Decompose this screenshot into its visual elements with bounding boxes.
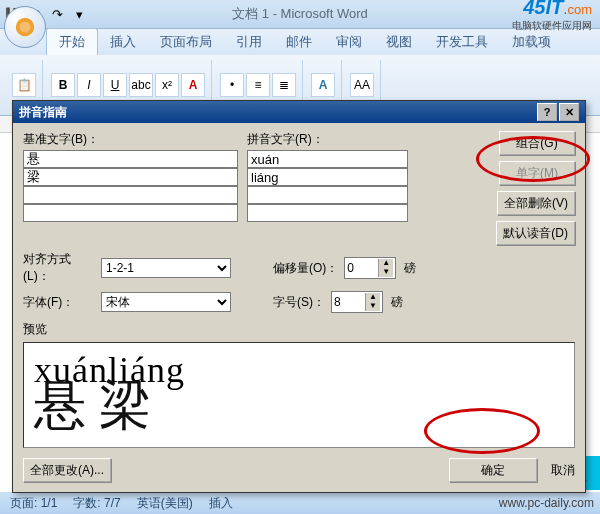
base-text-row-1[interactable] — [23, 150, 238, 168]
svg-point-1 — [20, 22, 31, 33]
pinyin-row-3[interactable] — [247, 186, 408, 204]
offset-label: 偏移量(O)： — [273, 260, 338, 277]
redo-icon[interactable]: ↷ — [48, 5, 66, 23]
tab-references[interactable]: 引用 — [224, 29, 274, 55]
align-label: 对齐方式(L)： — [23, 251, 95, 285]
status-page: 页面: 1/1 — [10, 495, 57, 512]
watermark-url: www.pc-daily.com — [499, 496, 594, 510]
qat-dropdown-icon[interactable]: ▾ — [70, 5, 88, 23]
pinyin-text-label: 拼音文字(R)： — [247, 131, 415, 148]
ribbon-tabs: 开始 插入 页面布局 引用 邮件 审阅 视图 开发工具 加载项 — [0, 29, 600, 55]
document-title: 文档 1 - Microsoft Word — [88, 5, 512, 23]
size-unit: 磅 — [391, 294, 403, 311]
font-select[interactable]: 宋体 — [101, 292, 231, 312]
find-icon[interactable]: AA — [350, 73, 374, 97]
dialog-title-text: 拼音指南 — [19, 104, 67, 121]
pinyin-guide-dialog: 拼音指南 ? ✕ 基准文字(B)： 拼音文字(R)： 组合(G) 单字(M — [12, 100, 586, 493]
tab-view[interactable]: 视图 — [374, 29, 424, 55]
tab-layout[interactable]: 页面布局 — [148, 29, 224, 55]
underline-icon[interactable]: U — [103, 73, 127, 97]
close-icon[interactable]: ✕ — [559, 103, 579, 121]
pinyin-row-2[interactable] — [247, 168, 408, 186]
pinyin-row-4[interactable] — [247, 204, 408, 222]
ok-button[interactable]: 确定 — [449, 458, 537, 482]
office-button[interactable] — [4, 6, 46, 48]
single-button[interactable]: 单字(M) — [499, 161, 575, 185]
tab-addins[interactable]: 加载项 — [500, 29, 563, 55]
tab-home[interactable]: 开始 — [46, 28, 98, 55]
size-stepper[interactable]: 8▲▼ — [331, 291, 383, 313]
default-reading-button[interactable]: 默认读音(D) — [496, 221, 575, 245]
align-select[interactable]: 1-2-1 — [101, 258, 231, 278]
paste-icon[interactable]: 📋 — [12, 73, 36, 97]
bullets-icon[interactable]: • — [220, 73, 244, 97]
strike-icon[interactable]: abc — [129, 73, 153, 97]
tab-insert[interactable]: 插入 — [98, 29, 148, 55]
change-all-button[interactable]: 全部更改(A)... — [23, 458, 111, 482]
dialog-titlebar[interactable]: 拼音指南 ? ✕ — [13, 101, 585, 123]
status-words: 字数: 7/7 — [73, 495, 120, 512]
superscript-icon[interactable]: x² — [155, 73, 179, 97]
preview-box: xuánliáng 悬 梁 — [23, 342, 575, 448]
status-lang: 英语(美国) — [137, 495, 193, 512]
size-label: 字号(S)： — [273, 294, 325, 311]
title-bar: 💾 ↶ ↷ ▾ 文档 1 - Microsoft Word 45IT.com 电… — [0, 0, 600, 29]
pinyin-row-1[interactable] — [247, 150, 408, 168]
tab-dev[interactable]: 开发工具 — [424, 29, 500, 55]
help-icon[interactable]: ? — [537, 103, 557, 121]
cancel-button[interactable]: 取消 — [551, 462, 575, 479]
numbering-icon[interactable]: ≡ — [246, 73, 270, 97]
site-logo: 45IT.com — [512, 0, 592, 19]
offset-unit: 磅 — [404, 260, 416, 277]
align-icon[interactable]: ≣ — [272, 73, 296, 97]
base-text-row-3[interactable] — [23, 186, 238, 204]
styles-icon[interactable]: A — [311, 73, 335, 97]
tab-mail[interactable]: 邮件 — [274, 29, 324, 55]
preview-hanzi: 悬 梁 — [34, 383, 564, 430]
italic-icon[interactable]: I — [77, 73, 101, 97]
tab-review[interactable]: 审阅 — [324, 29, 374, 55]
base-text-label: 基准文字(B)： — [23, 131, 247, 148]
base-text-row-2[interactable] — [23, 168, 238, 186]
font-label: 字体(F)： — [23, 294, 95, 311]
status-mode: 插入 — [209, 495, 233, 512]
font-color-icon[interactable]: A — [181, 73, 205, 97]
bold-icon[interactable]: B — [51, 73, 75, 97]
combine-button[interactable]: 组合(G) — [499, 131, 575, 155]
clear-all-button[interactable]: 全部删除(V) — [497, 191, 575, 215]
preview-label: 预览 — [23, 321, 575, 338]
base-text-row-4[interactable] — [23, 204, 238, 222]
offset-stepper[interactable]: 0▲▼ — [344, 257, 396, 279]
